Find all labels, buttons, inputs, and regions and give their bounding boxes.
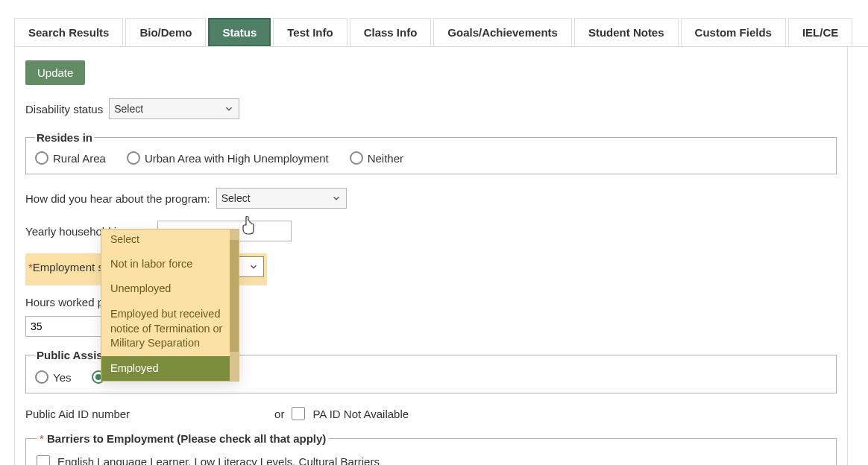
hear-label: How did you hear about the program: bbox=[25, 192, 210, 205]
paid-label: Public Aid ID number bbox=[25, 408, 130, 420]
dropdown-scroll-thumb[interactable] bbox=[230, 240, 239, 352]
barriers-legend: * Barriers to Employment (Please check a… bbox=[37, 432, 329, 445]
tab-test-info[interactable]: Test Info bbox=[273, 18, 347, 46]
resides-urban[interactable]: Urban Area with High Unemployment bbox=[127, 151, 329, 165]
update-button[interactable]: Update bbox=[25, 60, 85, 85]
tab-iel-ce[interactable]: IEL/CE bbox=[788, 18, 852, 46]
paid-na-checkbox[interactable] bbox=[292, 407, 305, 420]
tab-student-notes[interactable]: Student Notes bbox=[574, 18, 679, 46]
employment-option-employed[interactable]: Employed bbox=[101, 356, 239, 382]
paid-or: or bbox=[274, 408, 284, 420]
pa-yes[interactable]: Yes bbox=[35, 370, 71, 384]
tabs-bar: Search Results Bio/Demo Status Test Info… bbox=[14, 18, 868, 47]
tab-status[interactable]: Status bbox=[208, 18, 271, 46]
resides-rural[interactable]: Rural Area bbox=[35, 151, 106, 165]
paid-row: Public Aid ID number or PA ID Not Availa… bbox=[25, 407, 837, 420]
resides-legend: Resides in bbox=[35, 131, 94, 144]
employment-option-unemployed[interactable]: Unemployed bbox=[101, 276, 239, 302]
pointer-cursor-icon bbox=[240, 216, 257, 238]
tab-class-info[interactable]: Class Info bbox=[350, 18, 432, 46]
chevron-down-icon bbox=[331, 193, 342, 203]
disability-select[interactable]: Select bbox=[109, 98, 239, 119]
employment-option-select[interactable]: Select bbox=[101, 230, 239, 252]
dropdown-scrollbar[interactable] bbox=[230, 230, 239, 381]
barrier-ell-checkbox[interactable] bbox=[37, 455, 50, 465]
chevron-down-icon bbox=[248, 262, 259, 272]
tab-search-results[interactable]: Search Results bbox=[14, 18, 123, 46]
resides-fieldset: Resides in Rural Area Urban Area with Hi… bbox=[25, 131, 837, 174]
resides-neither[interactable]: Neither bbox=[350, 151, 403, 165]
hear-select[interactable]: Select bbox=[216, 188, 347, 209]
barriers-fieldset: * Barriers to Employment (Please check a… bbox=[25, 432, 837, 465]
paid-na-label: PA ID Not Available bbox=[312, 408, 409, 420]
employment-option-termination[interactable]: Employed but received notice of Terminat… bbox=[101, 302, 239, 356]
tab-goals[interactable]: Goals/Achievements bbox=[433, 18, 572, 46]
chevron-down-icon bbox=[224, 104, 234, 114]
disability-label: Disability status bbox=[25, 103, 103, 116]
disability-row: Disability status Select bbox=[25, 98, 837, 119]
barrier-row: English Language Learner, Low Literacy L… bbox=[37, 455, 825, 465]
employment-dropdown: Select Not in labor force Unemployed Emp… bbox=[101, 229, 239, 382]
hear-row: How did you hear about the program: Sele… bbox=[25, 188, 837, 209]
tab-custom-fields[interactable]: Custom Fields bbox=[681, 18, 786, 46]
tab-bio-demo[interactable]: Bio/Demo bbox=[125, 18, 206, 46]
employment-option-not-in-labor-force[interactable]: Not in labor force bbox=[101, 252, 239, 277]
barrier-ell-label: English Language Learner, Low Literacy L… bbox=[57, 455, 380, 465]
